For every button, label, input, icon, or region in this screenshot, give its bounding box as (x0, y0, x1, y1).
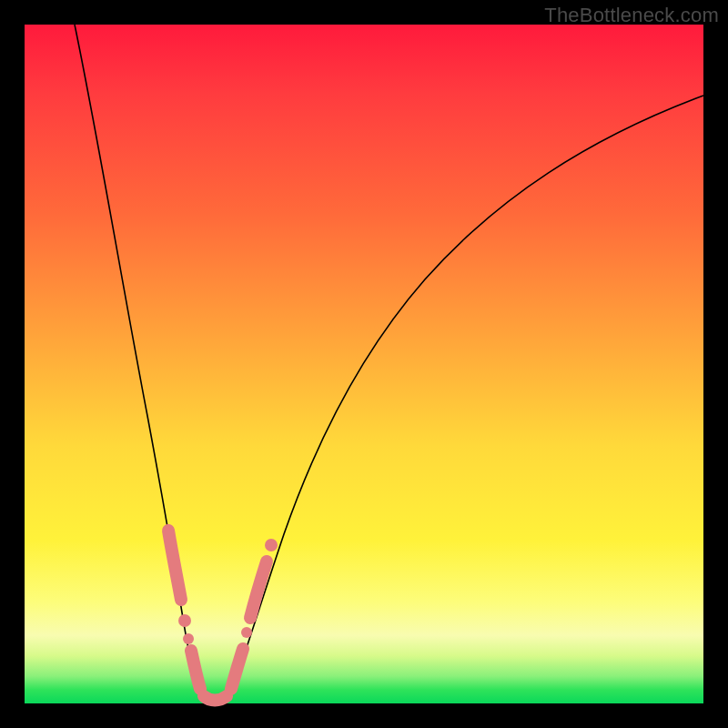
curve-right-branch (230, 96, 703, 694)
plot-area (25, 25, 703, 703)
svg-point-2 (241, 627, 252, 638)
bottleneck-curve (25, 25, 703, 703)
bead-cluster (168, 531, 278, 701)
svg-point-3 (265, 539, 278, 551)
watermark-text: TheBottleneck.com (544, 4, 719, 27)
svg-point-0 (178, 614, 191, 627)
svg-point-1 (183, 633, 194, 644)
chart-frame: TheBottleneck.com (0, 0, 728, 728)
